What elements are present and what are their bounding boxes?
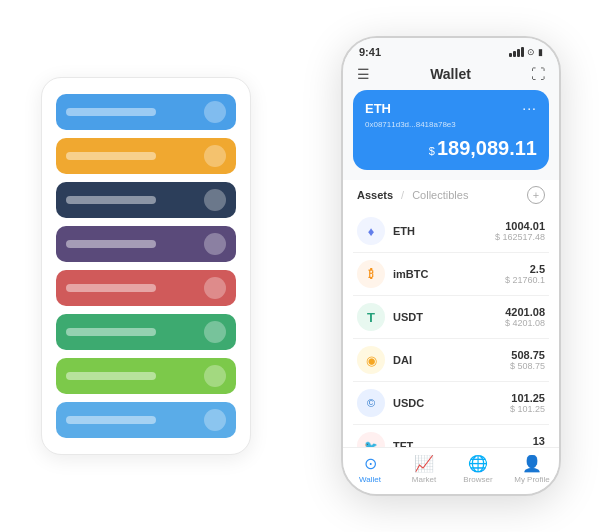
dai-usd: $ 508.75 [510, 361, 545, 371]
usdc-amounts: 101.25 $ 101.25 [510, 392, 545, 414]
asset-list: ♦ ETH 1004.01 $ 162517.48 ₿ imBTC 2.5 $ … [343, 210, 559, 447]
imbtc-amounts: 2.5 $ 21760.1 [505, 263, 545, 285]
browser-nav-icon: 🌐 [468, 454, 488, 473]
phone-mockup: 9:41 ⊙ ▮ ☰ Wallet ⛶ ETH ··· [341, 36, 561, 496]
signal-bar-2 [513, 51, 516, 57]
usdc-amount: 101.25 [510, 392, 545, 404]
imbtc-name: imBTC [393, 268, 505, 280]
card-icon [204, 277, 226, 299]
card-icon [204, 189, 226, 211]
card-label [66, 108, 156, 116]
menu-icon[interactable]: ☰ [357, 66, 370, 82]
wifi-icon: ⊙ [527, 47, 535, 57]
usdt-icon: T [357, 303, 385, 331]
status-icons: ⊙ ▮ [509, 47, 543, 57]
tft-icon: 🐦 [357, 432, 385, 447]
tab-collectibles[interactable]: Collectibles [412, 189, 468, 201]
dai-amount: 508.75 [510, 349, 545, 361]
eth-usd: $ 162517.48 [495, 232, 545, 242]
market-nav-icon: 📈 [414, 454, 434, 473]
assets-tabs: Assets / Collectibles [357, 189, 468, 201]
card-icon [204, 409, 226, 431]
usdt-amounts: 4201.08 $ 4201.08 [505, 306, 545, 328]
eth-card-balance: $189,089.11 [365, 137, 537, 160]
imbtc-usd: $ 21760.1 [505, 275, 545, 285]
profile-nav-label: My Profile [514, 475, 550, 484]
card-label [66, 416, 156, 424]
usdc-icon: © [357, 389, 385, 417]
eth-name: ETH [393, 225, 495, 237]
balance-amount: 189,089.11 [437, 137, 537, 159]
wallet-nav-label: Wallet [359, 475, 381, 484]
card-label [66, 196, 156, 204]
signal-bar-3 [517, 49, 520, 57]
asset-item-eth[interactable]: ♦ ETH 1004.01 $ 162517.48 [353, 210, 549, 253]
usdt-amount: 4201.08 [505, 306, 545, 318]
imbtc-icon: ₿ [357, 260, 385, 288]
card-stack [41, 77, 251, 455]
nav-browser[interactable]: 🌐 Browser [451, 454, 505, 484]
asset-item-usdc[interactable]: © USDC 101.25 $ 101.25 [353, 382, 549, 425]
stack-card-purple[interactable] [56, 226, 236, 262]
usdc-usd: $ 101.25 [510, 404, 545, 414]
tab-assets[interactable]: Assets [357, 189, 393, 201]
assets-section: Assets / Collectibles + ♦ ETH 1004.01 $ … [343, 180, 559, 447]
eth-card-more[interactable]: ··· [522, 100, 537, 116]
stack-card-green[interactable] [56, 314, 236, 350]
usdt-name: USDT [393, 311, 505, 323]
card-icon [204, 101, 226, 123]
tab-divider: / [401, 189, 404, 201]
dai-icon: ◉ [357, 346, 385, 374]
card-label [66, 240, 156, 248]
scan-icon[interactable]: ⛶ [531, 66, 545, 82]
scene: 9:41 ⊙ ▮ ☰ Wallet ⛶ ETH ··· [11, 11, 591, 521]
eth-amounts: 1004.01 $ 162517.48 [495, 220, 545, 242]
tft-amounts: 13 0 [533, 435, 545, 447]
dai-name: DAI [393, 354, 510, 366]
tft-name: TFT [393, 440, 533, 447]
card-icon [204, 233, 226, 255]
card-icon [204, 145, 226, 167]
eth-card-address: 0x08711d3d...8418a78e3 [365, 120, 537, 129]
card-label [66, 372, 156, 380]
signal-bar-4 [521, 47, 524, 57]
status-time: 9:41 [359, 46, 381, 58]
stack-card-red[interactable] [56, 270, 236, 306]
nav-wallet[interactable]: ⊙ Wallet [343, 454, 397, 484]
card-icon [204, 321, 226, 343]
eth-card-top: ETH ··· [365, 100, 537, 116]
eth-card[interactable]: ETH ··· 0x08711d3d...8418a78e3 $189,089.… [353, 90, 549, 170]
profile-nav-icon: 👤 [522, 454, 542, 473]
currency-symbol: $ [429, 145, 435, 157]
nav-market[interactable]: 📈 Market [397, 454, 451, 484]
stack-card-dark[interactable] [56, 182, 236, 218]
stack-card-lightgreen[interactable] [56, 358, 236, 394]
asset-item-usdt[interactable]: T USDT 4201.08 $ 4201.08 [353, 296, 549, 339]
tft-amount: 13 [533, 435, 545, 447]
bottom-nav: ⊙ Wallet 📈 Market 🌐 Browser 👤 My Profile [343, 447, 559, 494]
imbtc-amount: 2.5 [505, 263, 545, 275]
signal-bar-1 [509, 53, 512, 57]
stack-card-orange[interactable] [56, 138, 236, 174]
usdt-usd: $ 4201.08 [505, 318, 545, 328]
stack-card-lightblue[interactable] [56, 402, 236, 438]
phone-header: ☰ Wallet ⛶ [343, 62, 559, 90]
assets-header: Assets / Collectibles + [343, 180, 559, 210]
asset-item-tft[interactable]: 🐦 TFT 13 0 [353, 425, 549, 447]
asset-item-imbtc[interactable]: ₿ imBTC 2.5 $ 21760.1 [353, 253, 549, 296]
wallet-nav-icon: ⊙ [364, 454, 377, 473]
nav-profile[interactable]: 👤 My Profile [505, 454, 559, 484]
add-asset-button[interactable]: + [527, 186, 545, 204]
card-label [66, 328, 156, 336]
asset-item-dai[interactable]: ◉ DAI 508.75 $ 508.75 [353, 339, 549, 382]
card-icon [204, 365, 226, 387]
dai-amounts: 508.75 $ 508.75 [510, 349, 545, 371]
browser-nav-label: Browser [463, 475, 492, 484]
eth-icon: ♦ [357, 217, 385, 245]
battery-icon: ▮ [538, 47, 543, 57]
card-label [66, 152, 156, 160]
header-title: Wallet [430, 66, 471, 82]
usdc-name: USDC [393, 397, 510, 409]
status-bar: 9:41 ⊙ ▮ [343, 38, 559, 62]
stack-card-blue[interactable] [56, 94, 236, 130]
